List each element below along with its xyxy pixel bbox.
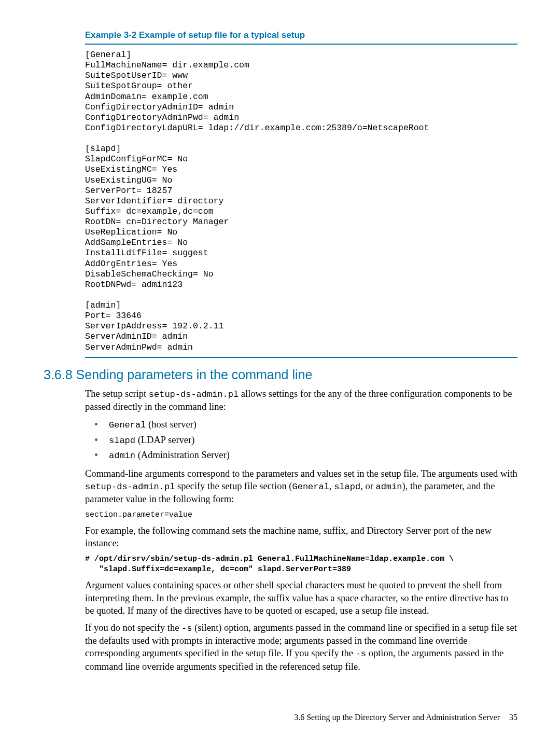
code-inline: setup-ds-admin.pl bbox=[149, 390, 239, 399]
text: (LDAP server) bbox=[135, 435, 194, 445]
text: (host server) bbox=[146, 419, 197, 430]
text: Command-line arguments correspond to the… bbox=[85, 468, 517, 479]
text: , bbox=[329, 481, 334, 491]
code-inline: admin bbox=[375, 482, 402, 492]
bullet-list: General (host server) slapd (LDAP server… bbox=[85, 417, 517, 463]
text: specify the setup file section ( bbox=[175, 481, 292, 491]
code-inline: -s bbox=[356, 649, 366, 659]
code-inline: General bbox=[292, 482, 329, 492]
para-intro: The setup script setup-ds-admin.pl allow… bbox=[85, 388, 517, 413]
example-code: [General] FullMachineName= dir.example.c… bbox=[85, 50, 517, 353]
page: Example 3-2 Example of setup file for a … bbox=[0, 0, 560, 746]
para-silent: If you do not specify the -s (silent) op… bbox=[85, 621, 517, 673]
list-item: General (host server) bbox=[85, 417, 517, 432]
example-title: Example 3-2 Example of setup file for a … bbox=[85, 30, 517, 40]
code-inline: slapd bbox=[334, 482, 360, 492]
text: , or bbox=[360, 481, 375, 491]
text: If you do not specify the bbox=[85, 623, 181, 633]
code-inline: admin bbox=[109, 451, 135, 461]
section-heading: 3.6.8 Sending parameters in the command … bbox=[44, 367, 517, 382]
text: (Administration Server) bbox=[135, 450, 230, 460]
para-quoting: Argument values containing spaces or oth… bbox=[85, 579, 517, 617]
code-inline: -s bbox=[181, 624, 192, 633]
code-inline: slapd bbox=[109, 436, 135, 446]
para-cmdline: Command-line arguments correspond to the… bbox=[85, 467, 517, 506]
section-title: Sending parameters in the command line bbox=[76, 367, 313, 382]
list-item: admin (Administration Server) bbox=[85, 448, 517, 463]
list-item: slapd (LDAP server) bbox=[85, 433, 517, 448]
page-footer: 3.6 Setting up the Directory Server and … bbox=[294, 713, 517, 722]
section-number: 3.6.8 bbox=[44, 367, 73, 382]
footer-section: 3.6 Setting up the Directory Server and … bbox=[294, 713, 500, 722]
code-inline: General bbox=[109, 420, 146, 430]
example-rule-bottom bbox=[85, 357, 517, 358]
para-example-intro: For example, the following command sets … bbox=[85, 524, 517, 550]
content-column: Example 3-2 Example of setup file for a … bbox=[85, 30, 517, 673]
example-rule-top bbox=[85, 44, 517, 45]
page-number: 35 bbox=[509, 713, 517, 722]
text: The setup script bbox=[85, 389, 149, 399]
command-example: # /opt/dirsrv/sbin/setup-ds-admin.pl Gen… bbox=[85, 554, 517, 575]
form-code: section.parameter=value bbox=[85, 510, 517, 520]
code-inline: setup-ds-admin.pl bbox=[85, 482, 175, 492]
